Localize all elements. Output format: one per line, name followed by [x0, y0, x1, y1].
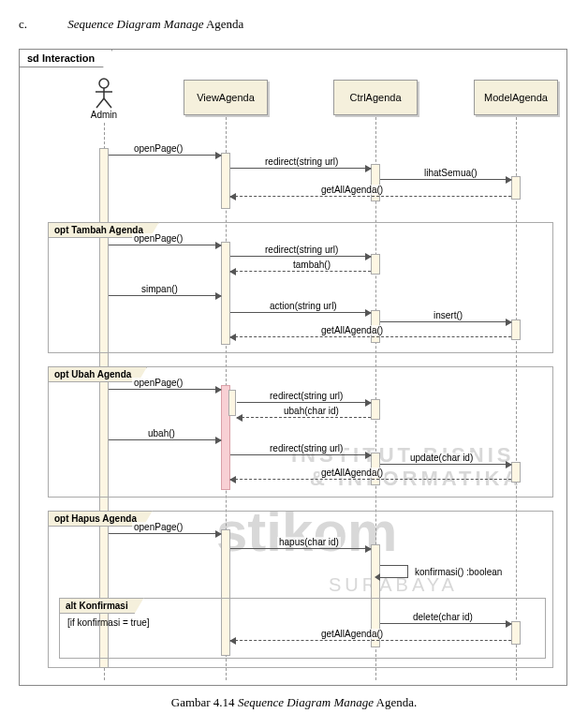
return-arrow — [230, 479, 511, 480]
message-label: getAllAgenda() — [319, 325, 385, 335]
activation-bar — [371, 399, 380, 420]
message-label: konfirmasi() :boolean — [413, 567, 504, 577]
message-label: hapus(char id) — [277, 537, 341, 547]
fragment-opt-ubah: opt Ubah Agenda — [48, 366, 553, 498]
message-label: getAllAgenda() — [319, 629, 385, 639]
message-label: redirect(string url) — [268, 391, 345, 401]
message-arrow — [380, 179, 511, 180]
message-arrow — [230, 454, 371, 455]
figure-caption: Gambar 4.14 Sequence Diagram Manage Agen… — [19, 695, 569, 710]
message-arrow — [109, 439, 221, 440]
activation-bar — [228, 390, 236, 416]
activation-bar — [511, 176, 521, 200]
lifeline-model: ModelAgenda — [474, 80, 558, 115]
svg-point-0 — [99, 79, 109, 88]
activation-bar — [371, 254, 380, 275]
message-label: delete(char id) — [411, 612, 475, 622]
fragment-alt-konfirmasi: alt Konfirmasi [if konfirmasi = true] — [59, 598, 546, 659]
diagram-canvas: INSTITUT BISNIS & INFORMATIKA stikom SUR… — [20, 50, 566, 685]
actor-label: Admin — [85, 110, 123, 120]
fragment-label: alt Konfirmasi — [59, 598, 144, 614]
message-label: action(string url) — [268, 301, 339, 311]
message-label: openPage() — [132, 233, 184, 244]
message-arrow — [380, 321, 511, 322]
activation-bar — [511, 319, 521, 340]
message-arrow — [109, 155, 221, 156]
message-label: tambah() — [291, 260, 332, 270]
message-arrow — [230, 312, 371, 313]
activation-bar — [221, 242, 230, 345]
message-label: openPage() — [132, 378, 184, 388]
actor-icon — [93, 78, 115, 110]
return-arrow — [230, 640, 511, 641]
message-arrow — [237, 402, 371, 403]
self-message — [380, 565, 408, 578]
message-label: ubah() — [146, 428, 177, 438]
message-arrow — [109, 389, 221, 390]
message-arrow — [109, 245, 221, 245]
message-arrow — [380, 464, 511, 465]
actor-admin: Admin — [85, 78, 123, 120]
svg-line-4 — [104, 98, 111, 108]
message-label: redirect(string url) — [263, 245, 340, 255]
heading-title: Sequence Diagram Manage Agenda — [67, 17, 243, 31]
return-arrow — [230, 336, 511, 337]
message-label: getAllAgenda() — [319, 468, 385, 478]
section-heading: c. Sequence Diagram Manage Agenda — [19, 17, 569, 32]
svg-line-3 — [96, 98, 104, 108]
message-label: simpan() — [140, 284, 180, 294]
sequence-diagram-frame: sd Interaction INSTITUT BISNIS & INFORMA… — [19, 49, 567, 686]
activation-bar — [511, 462, 521, 483]
message-label: openPage() — [132, 522, 184, 532]
fragment-guard: [if konfirmasi = true] — [67, 617, 150, 628]
message-arrow — [109, 295, 221, 296]
message-label: openPage() — [132, 143, 184, 154]
message-arrow — [230, 548, 371, 549]
message-arrow — [109, 533, 221, 534]
return-arrow — [237, 417, 371, 418]
message-arrow — [380, 623, 511, 624]
message-label: getAllAgenda() — [319, 185, 385, 195]
message-label: insert() — [432, 310, 464, 320]
message-label: redirect(string url) — [263, 156, 340, 167]
message-arrow — [230, 168, 371, 169]
message-label: redirect(string url) — [268, 443, 345, 453]
message-label: ubah(char id) — [282, 406, 341, 416]
fragment-opt-tambah: opt Tambah Agenda — [48, 222, 553, 353]
message-label: update(char id) — [408, 453, 475, 463]
activation-bar — [221, 153, 230, 209]
heading-letter: c. — [19, 17, 27, 32]
message-label: lihatSemua() — [422, 168, 479, 178]
lifeline-ctrl: CtrlAgenda — [333, 80, 418, 115]
return-arrow — [230, 271, 371, 272]
message-arrow — [230, 256, 371, 257]
lifeline-view: ViewAgenda — [184, 80, 268, 115]
return-arrow — [230, 196, 511, 197]
